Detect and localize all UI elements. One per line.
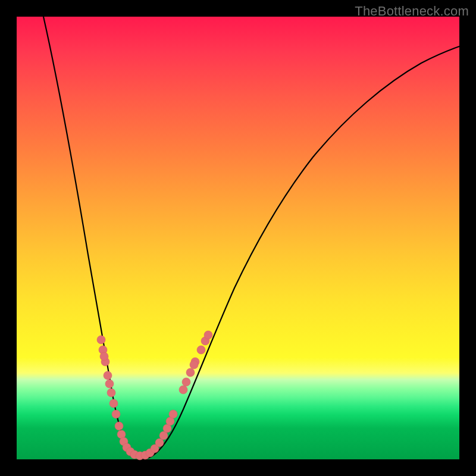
outer-frame: TheBottleneck.com [0,0,476,476]
marker-dot [105,380,114,388]
marker-dot [104,371,112,380]
marker-dot [155,439,164,447]
marker-dot [112,410,120,418]
marker-dot [97,336,105,344]
plot-area [17,17,459,459]
bottleneck-curve [43,17,459,459]
marker-dot [100,352,108,361]
curve-layer [17,17,459,459]
marker-dot [107,389,115,397]
watermark-text: TheBottleneck.com [355,4,469,19]
marker-dot [190,361,198,369]
marker-dot [182,378,190,386]
marker-dot [186,368,195,377]
marker-group [97,331,212,460]
marker-dot [109,399,118,408]
marker-dot [169,410,177,418]
marker-dot [204,331,212,339]
marker-dot [115,422,123,430]
marker-dot [179,386,187,394]
marker-dot [197,346,205,354]
